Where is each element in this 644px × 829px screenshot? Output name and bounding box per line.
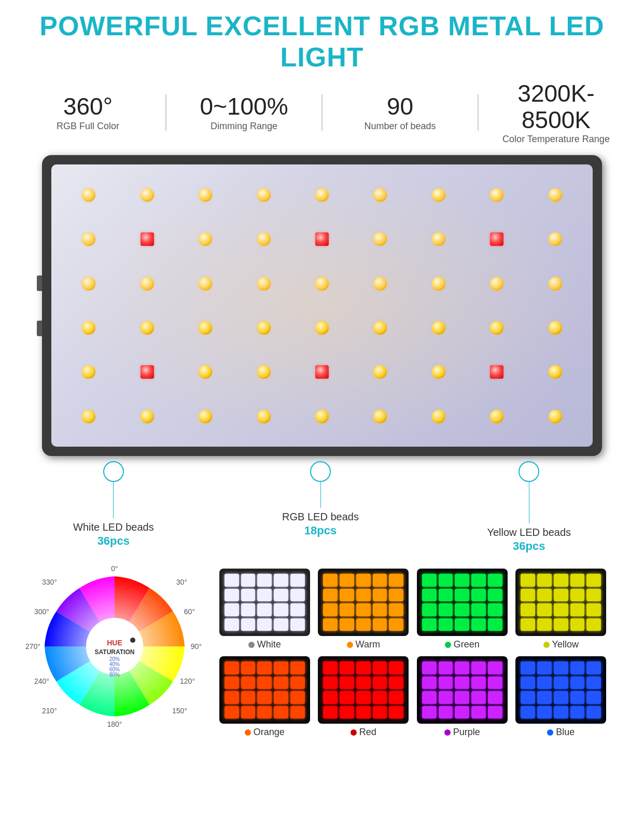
side-button-2 bbox=[37, 321, 42, 336]
led-bead bbox=[528, 219, 582, 259]
wheel-wrapper: HUE SATURATION 20% 40% 60% 80% 0° 30° 60… bbox=[37, 569, 192, 724]
swatch-label: Red bbox=[359, 727, 376, 738]
led-bead bbox=[528, 308, 582, 348]
annotation-circle-yellow bbox=[519, 461, 539, 482]
led-bead bbox=[412, 308, 466, 348]
led-bead bbox=[353, 396, 407, 436]
swatch-label: Purple bbox=[453, 727, 480, 738]
led-bead bbox=[412, 264, 466, 303]
led-bead bbox=[62, 352, 116, 392]
stat-value-2: 90 bbox=[343, 93, 457, 120]
led-bead bbox=[353, 219, 407, 259]
page-title: POWERFUL EXCELLENT RGB METAL LED LIGHT bbox=[10, 0, 634, 80]
led-bead bbox=[412, 352, 466, 392]
svg-point-2 bbox=[130, 638, 135, 643]
stat-temp: 3200K-8500K Color Temperature Range bbox=[479, 80, 634, 145]
swatch-item: Green bbox=[416, 569, 509, 650]
svg-text:SATURATION: SATURATION bbox=[95, 648, 135, 656]
degree-0: 0° bbox=[111, 564, 118, 573]
degree-150: 150° bbox=[172, 707, 187, 715]
led-bead bbox=[470, 219, 524, 259]
annotation-label-yellow: Yellow LED beads bbox=[487, 527, 571, 538]
led-bead bbox=[120, 308, 174, 348]
led-bead bbox=[295, 264, 349, 303]
led-bead bbox=[178, 175, 232, 215]
annotation-line-rgb bbox=[320, 482, 321, 508]
led-bead bbox=[178, 308, 232, 348]
degree-300: 300° bbox=[34, 607, 49, 616]
swatch-item: White bbox=[218, 569, 311, 650]
annotation-line-white bbox=[113, 482, 114, 518]
stat-beads: 90 Number of beads bbox=[323, 93, 478, 132]
led-bead bbox=[295, 219, 349, 259]
led-bead bbox=[295, 352, 349, 392]
swatch-item: Orange bbox=[218, 656, 311, 738]
led-bead bbox=[62, 264, 116, 303]
led-grid bbox=[62, 175, 582, 436]
stat-value-1: 0~100% bbox=[187, 93, 301, 120]
degree-90: 90° bbox=[191, 642, 202, 651]
degree-330: 330° bbox=[42, 578, 57, 586]
led-bead bbox=[295, 175, 349, 215]
led-bead bbox=[178, 264, 232, 303]
led-panel-inner bbox=[51, 164, 593, 447]
swatch-label: Yellow bbox=[552, 639, 579, 650]
bottom-section: HUE SATURATION 20% 40% 60% 80% 0° 30° 60… bbox=[37, 569, 607, 738]
stat-value-3: 3200K-8500K bbox=[499, 80, 613, 133]
led-bead bbox=[178, 219, 232, 259]
swatch-item: Yellow bbox=[515, 569, 608, 650]
led-bead bbox=[528, 352, 582, 392]
led-bead bbox=[236, 219, 290, 259]
led-bead bbox=[470, 175, 524, 215]
led-bead bbox=[412, 219, 466, 259]
led-bead bbox=[353, 175, 407, 215]
stats-row: 360° RGB Full Color 0~100% Dimming Range… bbox=[10, 80, 634, 145]
led-bead bbox=[353, 308, 407, 348]
annotation-count-white: 36pcs bbox=[97, 534, 130, 548]
swatch-dot bbox=[444, 729, 451, 736]
svg-text:HUE: HUE bbox=[107, 639, 122, 647]
stat-rgb: 360° RGB Full Color bbox=[10, 93, 165, 132]
annotation-circle-white bbox=[103, 461, 124, 482]
led-bead bbox=[470, 352, 524, 392]
swatch-dot bbox=[347, 642, 353, 648]
led-bead bbox=[528, 175, 582, 215]
degree-240: 240° bbox=[34, 677, 49, 685]
led-bead bbox=[353, 352, 407, 392]
side-button-1 bbox=[37, 275, 42, 291]
annotation-section: White LED beads 36pcs RGB LED beads 18pc… bbox=[42, 461, 602, 553]
led-bead bbox=[295, 308, 349, 348]
degree-180: 180° bbox=[107, 720, 122, 728]
annotation-circle-rgb bbox=[310, 461, 331, 482]
swatch-label: Warm bbox=[356, 639, 380, 650]
svg-text:80%: 80% bbox=[109, 672, 120, 678]
swatch-label: White bbox=[257, 639, 281, 650]
led-panel-wrapper bbox=[37, 155, 607, 456]
color-wheel-svg: HUE SATURATION 20% 40% 60% 80% bbox=[37, 569, 192, 724]
swatch-dot bbox=[547, 729, 553, 736]
led-bead bbox=[236, 175, 290, 215]
led-bead bbox=[412, 175, 466, 215]
degree-30: 30° bbox=[176, 578, 187, 586]
annotation-line-yellow bbox=[529, 482, 529, 523]
swatch-dot bbox=[543, 642, 550, 648]
led-bead bbox=[470, 396, 524, 436]
led-bead bbox=[62, 219, 116, 259]
color-swatches: WhiteWarmGreenYellowOrangeRedPurpleBlue bbox=[218, 569, 607, 738]
stat-dimming: 0~100% Dimming Range bbox=[166, 93, 321, 132]
swatch-dot bbox=[245, 729, 251, 736]
swatch-label: Orange bbox=[254, 727, 285, 738]
degree-60: 60° bbox=[184, 607, 195, 616]
led-bead bbox=[412, 396, 466, 436]
stat-label-2: Number of beads bbox=[343, 121, 457, 132]
led-bead bbox=[120, 219, 174, 259]
annotation-yellow: Yellow LED beads 36pcs bbox=[487, 461, 571, 553]
stat-value-0: 360° bbox=[31, 93, 145, 120]
swatches-grid: WhiteWarmGreenYellowOrangeRedPurpleBlue bbox=[218, 569, 607, 738]
led-bead bbox=[236, 396, 290, 436]
swatch-label: Blue bbox=[556, 727, 575, 738]
swatch-item: Warm bbox=[317, 569, 410, 650]
led-bead bbox=[470, 308, 524, 348]
annotation-label-white: White LED beads bbox=[73, 521, 154, 533]
led-bead bbox=[120, 264, 174, 303]
